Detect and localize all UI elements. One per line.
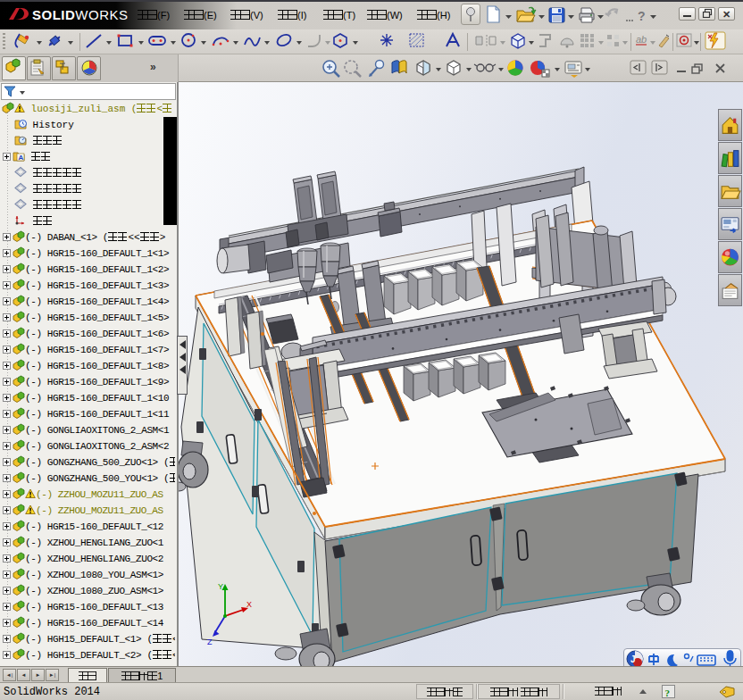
svg-text:?: ? — [665, 688, 671, 698]
svg-text:J: J — [630, 654, 636, 664]
svg-text:?: ? — [638, 9, 646, 23]
svg-text:ab: ab — [636, 34, 647, 45]
svg-text:A: A — [19, 154, 24, 162]
svg-text:Z: Z — [207, 638, 213, 646]
svg-text:Y: Y — [218, 582, 223, 591]
svg-text:X: X — [246, 600, 252, 609]
